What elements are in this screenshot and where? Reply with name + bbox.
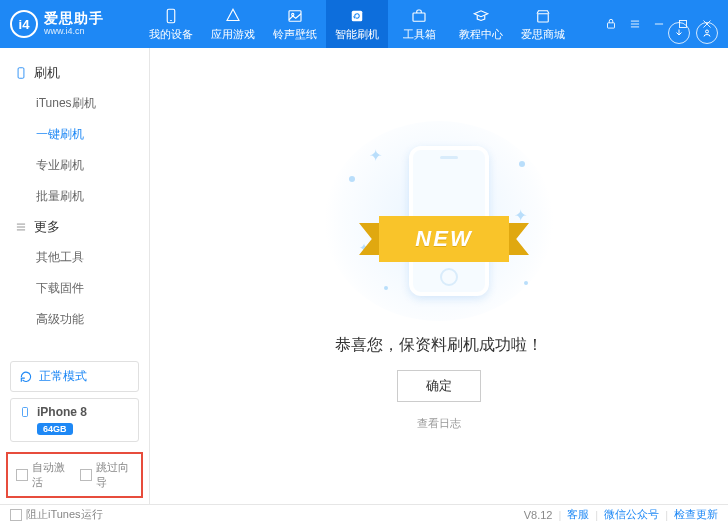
logo-icon: i4 <box>10 10 38 38</box>
sidebar-head-more: 更多 <box>0 212 149 242</box>
sidebar-item-batch-flash[interactable]: 批量刷机 <box>0 181 149 212</box>
nav-label: 教程中心 <box>459 27 503 42</box>
phone-icon <box>14 66 28 80</box>
menu-icon[interactable] <box>624 13 646 35</box>
success-message: 恭喜您，保资料刷机成功啦！ <box>335 335 543 356</box>
phone-icon <box>162 7 180 25</box>
sidebar: 刷机 iTunes刷机 一键刷机 专业刷机 批量刷机 更多 其他工具 下载固件 … <box>0 48 150 504</box>
nav-label: 铃声壁纸 <box>273 27 317 42</box>
download-button[interactable] <box>668 22 690 44</box>
view-log-link[interactable]: 查看日志 <box>417 416 461 431</box>
nav-my-device[interactable]: 我的设备 <box>140 0 202 48</box>
image-icon <box>286 7 304 25</box>
app-title: 爱思助手 <box>44 11 104 26</box>
check-update-link[interactable]: 检查更新 <box>674 507 718 522</box>
storage-badge: 64GB <box>37 423 73 435</box>
nav-label: 我的设备 <box>149 27 193 42</box>
svg-point-15 <box>706 30 709 33</box>
bottom-options: 自动激活 跳过向导 <box>6 452 143 498</box>
checkbox-label: 跳过向导 <box>96 460 134 490</box>
svg-rect-4 <box>352 10 363 21</box>
nav-mall[interactable]: 爱思商城 <box>512 0 574 48</box>
support-link[interactable]: 客服 <box>567 507 589 522</box>
checkbox-icon <box>10 509 22 521</box>
block-itunes-checkbox[interactable]: 阻止iTunes运行 <box>10 507 103 522</box>
checkbox-label: 自动激活 <box>32 460 70 490</box>
mode-label: 正常模式 <box>39 368 87 385</box>
sidebar-item-advanced[interactable]: 高级功能 <box>0 304 149 335</box>
sidebar-head-label: 刷机 <box>34 64 60 82</box>
nav-apps[interactable]: 应用游戏 <box>202 0 264 48</box>
version-label: V8.12 <box>524 509 553 521</box>
success-illustration: ✦ ✦ ✦ NEW <box>324 121 554 321</box>
refresh-icon <box>19 370 33 384</box>
nav-ringtones[interactable]: 铃声壁纸 <box>264 0 326 48</box>
sidebar-head-label: 更多 <box>34 218 60 236</box>
graduation-icon <box>472 7 490 25</box>
checkbox-icon <box>80 469 92 481</box>
user-button[interactable] <box>696 22 718 44</box>
skip-wizard-checkbox[interactable]: 跳过向导 <box>80 460 134 490</box>
auto-activate-checkbox[interactable]: 自动激活 <box>16 460 70 490</box>
svg-rect-5 <box>413 13 425 21</box>
svg-rect-16 <box>18 68 24 79</box>
wechat-link[interactable]: 微信公众号 <box>604 507 659 522</box>
sidebar-item-onekey-flash[interactable]: 一键刷机 <box>0 119 149 150</box>
sidebar-item-download-firmware[interactable]: 下载固件 <box>0 273 149 304</box>
mode-box[interactable]: 正常模式 <box>10 361 139 392</box>
checkbox-label: 阻止iTunes运行 <box>26 507 103 522</box>
svg-rect-7 <box>608 23 615 28</box>
svg-rect-20 <box>23 408 28 417</box>
nav-label: 智能刷机 <box>335 27 379 42</box>
nav-tutorial[interactable]: 教程中心 <box>450 0 512 48</box>
phone-icon <box>19 405 31 419</box>
apps-icon <box>224 7 242 25</box>
nav-flash[interactable]: 智能刷机 <box>326 0 388 48</box>
sidebar-head-flash: 刷机 <box>0 58 149 88</box>
new-ribbon: NEW <box>359 216 529 262</box>
logo[interactable]: i4 爱思助手 www.i4.cn <box>10 10 140 38</box>
sidebar-item-itunes-flash[interactable]: iTunes刷机 <box>0 88 149 119</box>
lock-icon[interactable] <box>600 13 622 35</box>
device-name: iPhone 8 <box>37 405 87 419</box>
svg-rect-6 <box>538 13 549 21</box>
confirm-button[interactable]: 确定 <box>397 370 481 402</box>
app-url: www.i4.cn <box>44 27 104 37</box>
nav-label: 工具箱 <box>403 27 436 42</box>
nav-label: 爱思商城 <box>521 27 565 42</box>
ribbon-text: NEW <box>379 216 509 262</box>
titlebar: i4 爱思助手 www.i4.cn 我的设备 应用游戏 铃声壁纸 智能刷机 工具… <box>0 0 728 48</box>
svg-point-3 <box>292 13 294 15</box>
sidebar-item-other-tools[interactable]: 其他工具 <box>0 242 149 273</box>
toolbox-icon <box>410 7 428 25</box>
checkbox-icon <box>16 469 28 481</box>
statusbar: 阻止iTunes运行 V8.12 | 客服 | 微信公众号 | 检查更新 <box>0 504 728 524</box>
nav-label: 应用游戏 <box>211 27 255 42</box>
shop-icon <box>534 7 552 25</box>
refresh-icon <box>348 7 366 25</box>
top-nav: 我的设备 应用游戏 铃声壁纸 智能刷机 工具箱 教程中心 爱思商城 <box>140 0 600 48</box>
device-box[interactable]: iPhone 8 64GB <box>10 398 139 442</box>
main-content: ✦ ✦ ✦ NEW 恭喜您，保资料刷机成功啦！ 确定 查看日志 <box>150 48 728 504</box>
nav-toolbox[interactable]: 工具箱 <box>388 0 450 48</box>
menu-icon <box>14 220 28 234</box>
sidebar-item-pro-flash[interactable]: 专业刷机 <box>0 150 149 181</box>
